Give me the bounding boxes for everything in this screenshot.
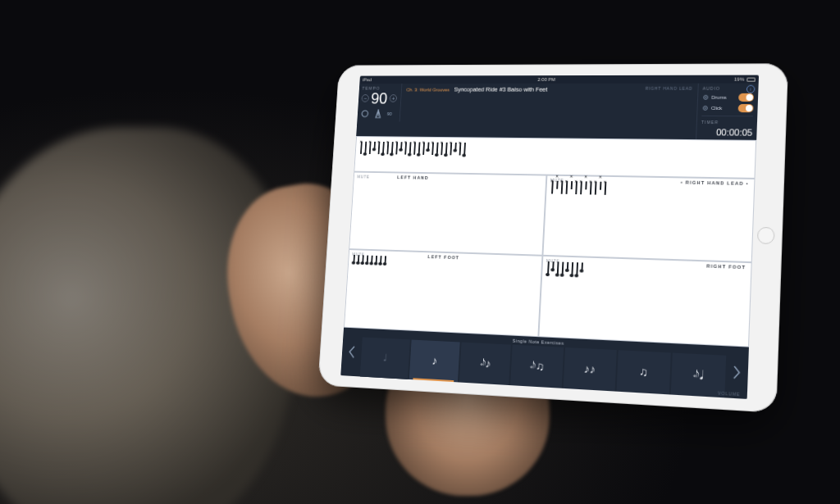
metronome-icon[interactable] [373, 109, 383, 118]
note-glyph-icon: ♫ [639, 366, 648, 379]
app-screen: i iPad 2:00 PM 19% TEMPO − 90 + [340, 75, 759, 399]
note-glyph-icon: 𝆹𝅥𝅮 ♪ [479, 356, 491, 370]
pattern-item-1[interactable]: ♪ [409, 340, 460, 383]
chapter-label[interactable]: Ch. 3: World Grooves [406, 88, 450, 93]
clock: 2:00 PM [537, 77, 555, 82]
timer-section-label: TIMER [701, 120, 753, 125]
pattern-item-0[interactable]: ♩ [360, 338, 410, 379]
tempo-decrease-button[interactable]: − [361, 94, 369, 102]
loop-icon[interactable] [360, 109, 369, 118]
staff-right-hand-lead[interactable]: MUTE • RIGHT HAND LEAD • [542, 175, 755, 263]
status-bar: iPad 2:00 PM 19% [359, 75, 759, 84]
staff-right-foot[interactable]: MUTE RIGHT FOOT [538, 256, 751, 347]
note-glyph-icon: ♪ [431, 354, 437, 367]
click-toggle[interactable] [738, 104, 754, 112]
note-glyph-icon: 𝆹𝅥𝅮 ♩ [692, 368, 704, 382]
title-area: Ch. 3: World Grooves Syncopated Ride #3 … [402, 84, 698, 96]
staff-left-foot[interactable]: MUTE LEFT FOOT [344, 249, 542, 337]
battery-icon [746, 77, 756, 81]
mute-label[interactable]: MUTE [357, 174, 369, 179]
note-glyph-icon: ♩ [382, 352, 387, 365]
subtitle: RIGHT HAND LEAD [646, 86, 693, 91]
device-label: iPad [363, 77, 372, 82]
ipad-device: i iPad 2:00 PM 19% TEMPO − 90 + [317, 63, 788, 413]
svg-point-0 [362, 111, 368, 117]
gear-icon[interactable] [702, 94, 709, 101]
song-title: Syncopated Ride #3 Baiso with Feet [454, 86, 547, 93]
staff-left-hand[interactable]: MUTE LEFT HAND [349, 172, 546, 256]
svg-point-4 [705, 107, 706, 109]
tempo-panel: TEMPO − 90 + 90 [357, 84, 402, 121]
notation-grid: MUTE LEFT HAND MUTE • RIGHT HAND LEAD • … [344, 136, 756, 347]
app-header: TEMPO − 90 + 90 Ch. 3: World Grooves Syn… [356, 84, 759, 140]
part-label-left-hand: LEFT HAND [397, 175, 429, 179]
tempo-increase-button[interactable]: + [390, 94, 398, 102]
pattern-item-5[interactable]: ♫ [616, 350, 670, 394]
metronome-small-value: 90 [387, 111, 392, 116]
tempo-value[interactable]: 90 [371, 90, 388, 106]
pattern-item-3[interactable]: 𝆹𝅥𝅮 ♫ [511, 345, 564, 388]
drums-toggle[interactable] [738, 93, 754, 102]
click-label: Click [711, 106, 723, 111]
note-glyph-icon: ♪♪ [583, 362, 596, 376]
pattern-item-4[interactable]: ♪♪ [563, 347, 616, 392]
note-glyph-icon: 𝆹𝅥𝅮 ♫ [529, 360, 544, 374]
drums-label: Drums [711, 95, 726, 100]
battery-pct: 19% [734, 77, 745, 82]
gear-icon[interactable] [702, 105, 709, 111]
home-button[interactable] [757, 227, 775, 244]
pattern-item-2[interactable]: 𝆹𝅥𝅮 ♪ [459, 343, 511, 385]
svg-point-2 [705, 97, 706, 98]
timer-value: 00:00:05 [701, 127, 752, 138]
